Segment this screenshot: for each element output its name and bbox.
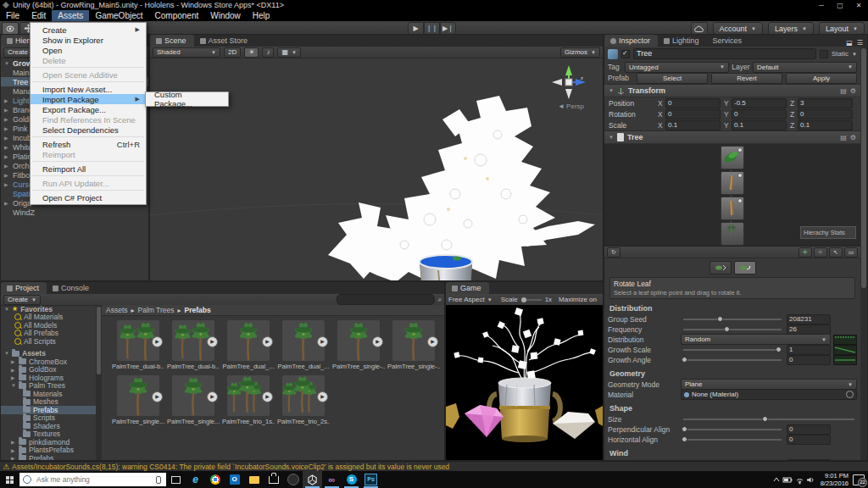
frequency-value[interactable]: 26	[787, 324, 831, 335]
favorite-all-materials[interactable]: All Materials	[1, 313, 96, 322]
menu-item-refresh[interactable]: RefreshCtrl+R	[31, 139, 146, 149]
tab-console[interactable]: Console	[47, 282, 97, 294]
pause-button[interactable]: ❘❘	[424, 22, 440, 35]
tree-node-editor[interactable]: Hierachy Stats	[604, 144, 860, 247]
game-scale-slider[interactable]	[521, 299, 542, 301]
perspective-label[interactable]: ◄ Persp	[558, 103, 584, 110]
prefab-item[interactable]: ▶PalmTree_dual_...	[277, 320, 330, 370]
prefab-item[interactable]: ▶PalmTree_dual-b...	[112, 320, 164, 370]
position-y-field[interactable]: -0.5	[732, 98, 787, 108]
tray-icons[interactable]	[772, 475, 816, 485]
delete-node-icon[interactable]: ▭	[844, 247, 858, 258]
project-create-button[interactable]: Create▼	[3, 295, 41, 305]
taskbar-skype[interactable]: S	[342, 471, 361, 488]
taskbar-app[interactable]	[283, 471, 303, 488]
prefab-item[interactable]: ▶PalmTree_single...	[167, 375, 220, 425]
minimize-button[interactable]: ─	[812, 2, 831, 9]
account-dropdown[interactable]: Account▼	[713, 22, 763, 35]
branch-node[interactable]	[721, 171, 744, 195]
scale-z-field[interactable]: 0.1	[798, 120, 853, 130]
position-z-field[interactable]: 3	[798, 98, 853, 108]
add-leaf-icon[interactable]: ✛	[798, 247, 812, 258]
prefab-item[interactable]: ▶PalmTree_dual-b...	[167, 320, 220, 370]
prefab-expand-icon[interactable]: ▶	[207, 336, 218, 347]
taskbar-store[interactable]	[264, 471, 283, 488]
position-x-field[interactable]: 0	[665, 98, 721, 108]
folder-item[interactable]: Meshes	[1, 398, 96, 407]
assets-root-folder[interactable]: ▼Assets	[1, 350, 96, 358]
taskbar-visual-studio[interactable]: ∞	[322, 471, 342, 488]
folder-item[interactable]: ▶pinkdiamond	[1, 438, 96, 446]
inspector-scrollbar[interactable]	[860, 47, 867, 460]
maximize-button[interactable]: ▢	[831, 2, 849, 9]
taskbar-outlook[interactable]: O	[225, 471, 244, 488]
hierarchy-item[interactable]: WindZ	[1, 208, 148, 217]
static-checkbox[interactable]	[820, 50, 828, 58]
prefab-expand-icon[interactable]: ▶	[317, 391, 328, 402]
taskbar-chrome[interactable]	[205, 471, 225, 488]
menu-item-import-new-asset[interactable]: Import New Asset...	[31, 84, 146, 94]
folder-item[interactable]: ▼Palm Trees	[1, 382, 96, 391]
prefab-expand-icon[interactable]: ▶	[372, 336, 383, 347]
favorites-header[interactable]: ▼★Favorites	[1, 305, 96, 313]
leaf-node[interactable]	[721, 146, 744, 169]
folder-item[interactable]: Scripts	[1, 414, 96, 423]
orientation-gizmo[interactable]: z	[550, 64, 587, 104]
menu-component[interactable]: Component	[149, 10, 205, 21]
tab-asset-store[interactable]: Asset Store	[194, 35, 256, 47]
main-wind-value[interactable]: 0.5	[787, 459, 831, 461]
prefab-expand-icon[interactable]: ▶	[317, 336, 328, 347]
taskbar-photoshop[interactable]: Ps	[361, 471, 381, 488]
size-slider[interactable]	[683, 419, 854, 420]
favorite-all-prefabs[interactable]: All Prefabs	[1, 330, 96, 338]
prefab-revert-button[interactable]: Revert	[711, 73, 782, 84]
taskbar-edge[interactable]: e	[186, 471, 205, 488]
move-leaf-tool[interactable]	[709, 261, 732, 274]
folder-item[interactable]: ▶PlantsPrefabs	[1, 446, 96, 455]
game-viewport[interactable]	[446, 305, 603, 460]
scene-audio-toggle[interactable]: ♪	[262, 47, 274, 58]
prefab-expand-icon[interactable]: ▶	[262, 336, 273, 347]
menu-assets[interactable]: Assets	[52, 10, 89, 21]
task-view-button[interactable]	[166, 471, 186, 488]
search-input[interactable]	[35, 474, 153, 485]
status-bar[interactable]: ⚠ Assets/IncubatorSounds.cs(8,15): warni…	[0, 461, 868, 471]
distribution-dropdown[interactable]: Random▼	[681, 334, 831, 345]
2d-toggle[interactable]: 2D	[224, 47, 241, 58]
tab-scene[interactable]: Scene	[150, 35, 194, 47]
horizontal-align-slider[interactable]	[683, 439, 782, 441]
breadcrumb-assets[interactable]: Assets	[106, 306, 128, 314]
shading-mode-dropdown[interactable]: Shaded▼	[153, 47, 220, 58]
microphone-icon[interactable]	[156, 476, 161, 484]
growth-scale-value[interactable]: 1	[787, 345, 831, 355]
gear-icon[interactable]: ⚙	[850, 134, 856, 141]
hand-tool-button[interactable]	[2, 22, 19, 35]
project-tree-scrollbar[interactable]	[96, 305, 102, 460]
close-button[interactable]: ✕	[849, 2, 868, 9]
breadcrumb-prefabs[interactable]: Prefabs	[185, 306, 211, 314]
folder-item[interactable]: ▶ChromeBox	[1, 358, 96, 366]
move-node-icon[interactable]: ↖	[829, 247, 843, 258]
help-icon[interactable]: ▤	[840, 87, 847, 95]
layer-dropdown[interactable]: Default▼	[753, 62, 857, 73]
cloud-button[interactable]	[691, 22, 708, 35]
folder-item[interactable]: ▶GoldBox	[1, 366, 96, 374]
prefab-item[interactable]: ▶PalmTree_single-...	[332, 320, 385, 370]
prefab-select-button[interactable]: Select	[637, 73, 708, 84]
root-node[interactable]	[721, 222, 744, 246]
prefab-apply-button[interactable]: Apply	[786, 73, 857, 84]
static-dropdown-icon[interactable]: ▼	[852, 52, 857, 57]
play-button[interactable]: ▶	[408, 22, 424, 35]
group-seed-value[interactable]: 208231	[787, 314, 831, 324]
growth-angle-curve[interactable]	[833, 355, 857, 365]
cortana-search[interactable]	[19, 473, 166, 486]
perpendicular-align-slider[interactable]	[683, 429, 782, 430]
refresh-icon[interactable]: ↻	[607, 247, 620, 258]
prefab-item[interactable]: ▶PalmTree_single...	[112, 375, 164, 425]
menu-item-select-dependencies[interactable]: Select Dependencies	[31, 125, 146, 135]
breadcrumb-palm-trees[interactable]: Palm Trees	[138, 306, 175, 314]
tab-inspector[interactable]: Inspector	[604, 35, 658, 47]
perpendicular-align-value[interactable]: 0	[787, 424, 831, 435]
menu-item-open-csharp-project[interactable]: Open C# Project	[31, 192, 146, 202]
growth-angle-value[interactable]: 0	[787, 355, 831, 365]
